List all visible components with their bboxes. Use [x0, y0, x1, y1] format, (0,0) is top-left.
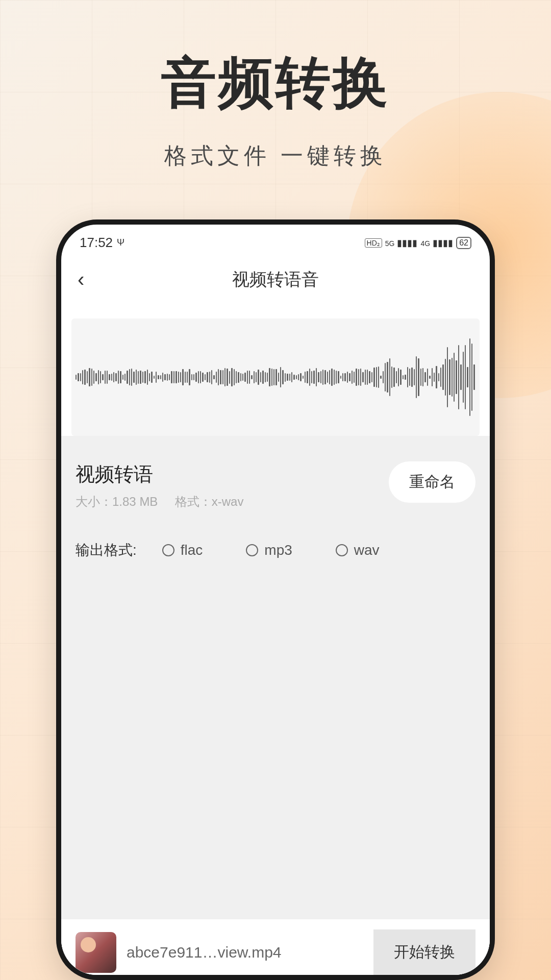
file-name: abce7e911…view.mp4: [127, 944, 282, 961]
output-format-label: 输出格式:: [76, 541, 137, 560]
format-option-mp3[interactable]: mp3: [246, 542, 292, 558]
file-metadata: 大小：1.83 MB 格式：x-wav: [76, 494, 243, 510]
hd-icon: HD₂: [365, 238, 382, 248]
radio-icon: [336, 544, 348, 556]
usb-icon: Ψ: [117, 237, 124, 248]
hero-title: 音频转换: [0, 46, 551, 120]
radio-label: mp3: [264, 542, 292, 558]
signal-5g-icon: 5G ▮▮▮▮: [385, 237, 418, 249]
file-title: 视频转语: [76, 461, 243, 487]
format-option-wav[interactable]: wav: [336, 542, 380, 558]
radio-icon: [162, 544, 174, 556]
back-button[interactable]: ‹: [78, 268, 84, 291]
radio-label: wav: [354, 542, 380, 558]
page-title: 视频转语音: [232, 268, 319, 291]
bottom-action-bar: abce7e911…view.mp4 开始转换: [61, 919, 490, 975]
file-preview[interactable]: abce7e911…view.mp4: [76, 932, 282, 973]
rename-button[interactable]: 重命名: [389, 461, 475, 503]
file-thumbnail: [76, 932, 116, 973]
signal-4g-icon: 4G ▮▮▮▮: [421, 237, 454, 249]
hero-subtitle: 格式文件 一键转换: [0, 141, 551, 171]
status-bar: 17:52 Ψ HD₂ 5G ▮▮▮▮ 4G ▮▮▮▮ 62: [61, 225, 490, 256]
battery-icon: 62: [456, 237, 471, 249]
convert-button[interactable]: 开始转换: [373, 929, 475, 975]
phone-mockup: 17:52 Ψ HD₂ 5G ▮▮▮▮ 4G ▮▮▮▮ 62 ‹ 视频转语音 视…: [56, 219, 495, 980]
status-time: 17:52: [80, 235, 113, 251]
radio-label: flac: [181, 542, 203, 558]
format-option-flac[interactable]: flac: [162, 542, 203, 558]
app-header: ‹ 视频转语音: [61, 256, 490, 303]
content-area: 视频转语 大小：1.83 MB 格式：x-wav 重命名 输出格式: flac: [61, 436, 490, 972]
radio-icon: [246, 544, 258, 556]
waveform-display[interactable]: [71, 318, 480, 436]
output-format-section: 输出格式: flac mp3 wav: [76, 541, 475, 560]
